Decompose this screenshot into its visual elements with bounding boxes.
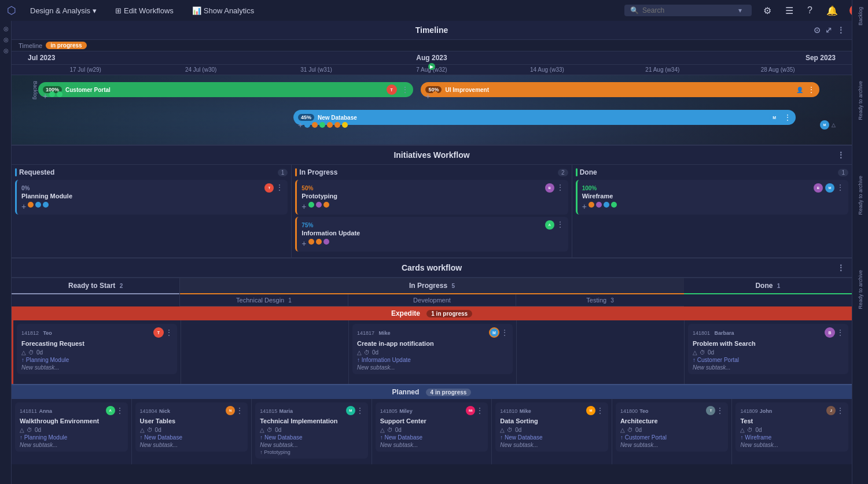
cw-icon-dots[interactable]: ⋮ <box>837 263 845 272</box>
task-menu-techimpl[interactable]: ⋮ <box>356 407 363 415</box>
week-w33: 14 Aug (w33) <box>490 66 605 73</box>
task-new-search[interactable]: New subtask... <box>693 364 844 371</box>
task-avatar-usertables: N <box>226 406 235 415</box>
wf-card-avatar-info: A <box>545 220 554 230</box>
task-card-forecasting: 141812 Teo T ⋮ Forecasting Request △⏱0d <box>17 324 177 374</box>
settings-icon[interactable]: ⚙ <box>761 3 774 19</box>
task-card-search-problem: 141801 Barbara B ⋮ Problem with Search △… <box>688 324 848 374</box>
wf-card-title-info: Information Update <box>301 230 563 237</box>
col-done: Done 1 <box>684 278 852 306</box>
bar-menu-customer[interactable]: ⋮ <box>402 86 409 94</box>
workspace-selector[interactable]: Design & Analysis ▾ <box>25 4 101 17</box>
list-icon[interactable]: ☰ <box>783 3 796 19</box>
wf-col-inprogress: In Progress 2 50% B ⋮ Prototyping <box>292 165 572 257</box>
expedite-badge: 1 in progress <box>426 310 472 317</box>
timeline-title: Timeline <box>415 25 448 35</box>
bar-new-database[interactable]: 45% New Database M ⋮ <box>293 110 796 125</box>
task-new-forecasting[interactable]: New subtask... <box>21 364 172 371</box>
wf-add-proto[interactable]: + <box>301 202 306 211</box>
task-avatar-techimpl: M <box>346 406 355 415</box>
task-menu-datasorting[interactable]: ⋮ <box>597 407 604 415</box>
search-input[interactable] <box>642 6 735 14</box>
task-menu-search[interactable]: ⋮ <box>837 328 844 337</box>
task-new-notification[interactable]: New subtask... <box>357 364 508 371</box>
task-menu-notification[interactable]: ⋮ <box>501 328 508 337</box>
task-menu-usertables[interactable]: ⋮ <box>236 407 243 415</box>
search-icon: 🔍 <box>630 6 639 14</box>
timeline-icon-3[interactable]: ⋮ <box>837 25 845 35</box>
planned-col-walkthrough: 141811 Anna A ⋮ Walkthrough Environment … <box>12 399 132 464</box>
bar-dots-db: + <box>298 120 348 130</box>
bar-ui-improvement[interactable]: 50% UI Improvement 👤 ⋮ <box>421 82 819 97</box>
notification-icon[interactable]: 🔔 <box>824 3 840 19</box>
task-menu-support[interactable]: ⋮ <box>476 407 483 415</box>
wf-card-pct-proto: 50% <box>301 185 313 191</box>
task-title-notification: Create in-app notification <box>357 339 508 348</box>
sub-header-testing: Testing 3 <box>516 294 684 306</box>
col-header-inprogress-top: In Progress 5 <box>180 278 684 294</box>
initiatives-workflow-header: Initiatives Workflow ⋮ <box>12 146 852 165</box>
wf-add-planning[interactable]: + <box>21 202 26 211</box>
task-menu-forecasting[interactable]: ⋮ <box>165 328 172 337</box>
wf-card-menu-proto[interactable]: ⋮ <box>557 183 564 193</box>
task-id-notification: 141817 <box>357 330 374 336</box>
wf-card-pct-wire: 100% <box>582 185 597 191</box>
archive-label-3: Ready to archive <box>855 268 866 312</box>
week-w32: ▶ 7 Aug (w32) <box>374 66 489 73</box>
task-id-walkthrough: 141811 <box>20 408 37 414</box>
wf-card-prototyping: 50% B ⋮ Prototyping + <box>295 180 568 215</box>
wf-card-menu-wire[interactable]: ⋮ <box>837 183 844 193</box>
wf-add-info[interactable]: + <box>301 239 306 248</box>
bar-menu-ui[interactable]: ⋮ <box>808 86 815 94</box>
task-link-notification[interactable]: ↑ Information Update <box>357 357 508 363</box>
wf-card-title-wire: Wireframe <box>582 193 844 199</box>
sub-header-development: Development <box>348 294 516 306</box>
bar-title-db: New Database <box>318 114 357 121</box>
task-avatar-architecture: T <box>706 406 715 415</box>
bar-menu-db[interactable]: ⋮ <box>784 113 791 121</box>
expedite-cards-row: 141812 Teo T ⋮ Forecasting Request △⏱0d <box>12 320 852 384</box>
bar-customer-portal[interactable]: 100% Customer Portal T ⋮ <box>38 82 413 97</box>
task-card-architecture: 141800 Teo T ⋮ Architecture △⏱0d ↑ Custo… <box>616 402 729 452</box>
search-bar[interactable]: 🔍 ▾ <box>624 5 752 16</box>
week-w29: 17 Jul (w29) <box>28 66 143 73</box>
task-menu-walkthrough[interactable]: ⋮ <box>116 407 123 415</box>
wf-card-info-update: 75% A ⋮ Information Update + <box>295 217 568 252</box>
wf-card-menu-planning[interactable]: ⋮ <box>276 183 283 193</box>
workflow-columns: Requested 1 0% T ⋮ Planning Module <box>12 165 852 257</box>
timeline-icon-1[interactable]: ⊙ <box>814 25 821 35</box>
wf-card-menu-info[interactable]: ⋮ <box>557 220 564 230</box>
bar-avatar-db: M <box>769 112 779 123</box>
timeline-icon-2[interactable]: ⤢ <box>825 25 832 35</box>
help-icon[interactable]: ? <box>805 3 815 18</box>
backlog-side-label3: ◎ <box>2 47 9 54</box>
task-card-walkthrough: 141811 Anna A ⋮ Walkthrough Environment … <box>15 402 128 452</box>
wf-requested-count: 1 <box>278 169 288 176</box>
initiatives-workflow-title: Initiatives Workflow <box>393 150 469 160</box>
task-link-search[interactable]: ↑ Customer Portal <box>693 357 844 363</box>
task-meta-search: △⏱0d <box>693 349 844 356</box>
right-sidebar: Backlog Ready to archive Ready to archiv… <box>852 0 868 484</box>
edit-workflows-btn[interactable]: ⊞ Edit Workflows <box>111 4 178 17</box>
wf-inprogress-count: 2 <box>558 169 568 176</box>
bar-avatar-customer: T <box>387 84 397 95</box>
task-card-support: 141805 Miley Mi ⋮ Support Center △⏱0d ↑ … <box>376 402 488 452</box>
task-avatar-test: J <box>826 406 836 415</box>
task-menu-test[interactable]: ⋮ <box>837 407 844 415</box>
wf-add-wire[interactable]: + <box>582 202 587 211</box>
planned-banner: Planned 4 in progress <box>12 384 852 399</box>
wf-card-pct-planning: 0% <box>21 185 30 191</box>
iw-icon-dots[interactable]: ⋮ <box>837 150 845 160</box>
task-menu-architecture[interactable]: ⋮ <box>716 407 723 415</box>
task-link-walkthrough[interactable]: ↑ Planning Module <box>20 434 123 441</box>
wf-inprogress-title: In Progress <box>299 168 337 176</box>
archive-label: Ready to archive <box>855 79 866 123</box>
cards-columns-header: Ready to Start 2 In Progress 5 Technical… <box>12 278 852 306</box>
wf-card-planning: 0% T ⋮ Planning Module + <box>15 180 288 215</box>
show-analytics-btn[interactable]: 📊 Show Analytics <box>187 4 259 17</box>
week-w35: 28 Aug (w35) <box>720 66 836 73</box>
archive-label-2: Ready to archive <box>855 173 866 217</box>
task-link-forecasting[interactable]: ↑ Planning Module <box>21 357 172 363</box>
workflow-icon: ⊞ <box>115 6 122 15</box>
timeline-header: Timeline ⊙ ⤢ ⋮ <box>12 21 852 40</box>
